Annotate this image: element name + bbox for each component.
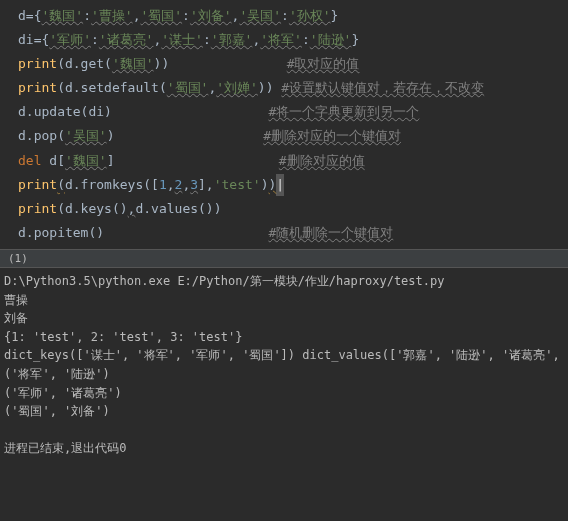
code-line: print(d.fromkeys([1,2,3],'test'))| <box>2 173 566 197</box>
tab-label: (1) <box>8 252 28 265</box>
console-line: ('蜀国', '刘备') <box>4 402 564 421</box>
console-line: D:\Python3.5\python.exe E:/Python/第一模块/作… <box>4 272 564 291</box>
console-line: {1: 'test', 2: 'test', 3: 'test'} <box>4 328 564 347</box>
console-line: ('将军', '陆逊') <box>4 365 564 384</box>
console-line: 进程已结束,退出代码0 <box>4 439 564 458</box>
code-line: di={'军师':'诸葛亮','谋士':'郭嘉','将军':'陆逊'} <box>2 28 566 52</box>
code-line: print(d.get('魏国')) #取对应的值 <box>2 52 566 76</box>
code-line: d={'魏国':'曹操','蜀国':'刘备','吴国':'孙权'} <box>2 4 566 28</box>
text-cursor: | <box>276 174 284 196</box>
code-line: d.update(di) #将一个字典更新到另一个 <box>2 100 566 124</box>
console-line: 刘备 <box>4 309 564 328</box>
code-line: d.popitem() #随机删除一个键值对 <box>2 221 566 245</box>
console-line: dict_keys(['谋士', '将军', '军师', '蜀国']) dict… <box>4 346 564 365</box>
output-tab[interactable]: (1) <box>0 250 568 268</box>
console-output[interactable]: D:\Python3.5\python.exe E:/Python/第一模块/作… <box>0 268 568 462</box>
code-line: del d['魏国'] #删除对应的值 <box>2 149 566 173</box>
console-line: 曹操 <box>4 291 564 310</box>
code-line: d.pop('吴国') #删除对应的一个键值对 <box>2 124 566 148</box>
code-line: print(d.keys(),d.values()) <box>2 197 566 221</box>
console-line <box>4 421 564 440</box>
code-line: print(d.setdefault('蜀国','刘婵')) #设置默认键值对，… <box>2 76 566 100</box>
code-editor[interactable]: d={'魏国':'曹操','蜀国':'刘备','吴国':'孙权'} di={'军… <box>0 0 568 250</box>
console-line: ('军师', '诸葛亮') <box>4 384 564 403</box>
